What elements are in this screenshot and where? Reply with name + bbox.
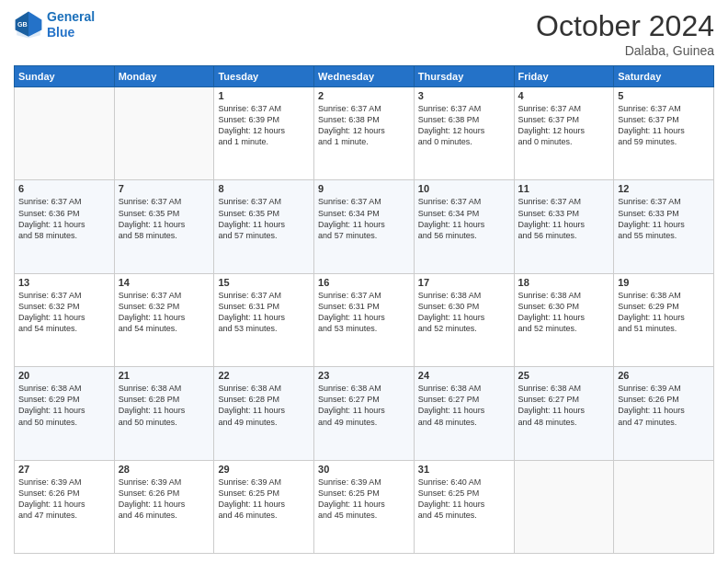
cell-content: Sunrise: 6:37 AM Sunset: 6:31 PM Dayligh… <box>318 290 410 335</box>
cell-content: Sunrise: 6:38 AM Sunset: 6:29 PM Dayligh… <box>18 383 110 428</box>
cell-content: Sunrise: 6:38 AM Sunset: 6:30 PM Dayligh… <box>418 290 510 335</box>
day-number: 20 <box>18 370 110 381</box>
calendar-cell: 24Sunrise: 6:38 AM Sunset: 6:27 PM Dayli… <box>414 367 514 460</box>
calendar-cell: 5Sunrise: 6:37 AM Sunset: 6:37 PM Daylig… <box>614 87 714 180</box>
calendar-cell: 11Sunrise: 6:37 AM Sunset: 6:33 PM Dayli… <box>514 180 614 273</box>
calendar-cell: 30Sunrise: 6:39 AM Sunset: 6:25 PM Dayli… <box>314 460 415 553</box>
cell-content: Sunrise: 6:38 AM Sunset: 6:27 PM Dayligh… <box>418 383 510 428</box>
day-number: 14 <box>119 277 210 288</box>
cell-content: Sunrise: 6:37 AM Sunset: 6:33 PM Dayligh… <box>618 196 710 241</box>
calendar-cell: 1Sunrise: 6:37 AM Sunset: 6:39 PM Daylig… <box>214 87 314 180</box>
day-number: 5 <box>618 90 710 101</box>
logo-text: General Blue <box>47 9 95 40</box>
day-number: 23 <box>318 370 410 381</box>
day-number: 21 <box>119 370 210 381</box>
calendar-cell: 26Sunrise: 6:39 AM Sunset: 6:26 PM Dayli… <box>614 367 714 460</box>
title-block: October 2024 Dalaba, Guinea <box>536 9 714 58</box>
calendar-cell: 6Sunrise: 6:37 AM Sunset: 6:36 PM Daylig… <box>15 180 115 273</box>
day-number: 28 <box>119 464 210 475</box>
day-number: 27 <box>18 464 110 475</box>
calendar-week-row: 6Sunrise: 6:37 AM Sunset: 6:36 PM Daylig… <box>15 180 714 273</box>
calendar-cell: 20Sunrise: 6:38 AM Sunset: 6:29 PM Dayli… <box>15 367 115 460</box>
logo: GB General Blue <box>14 9 95 40</box>
day-header-friday: Friday <box>514 66 614 87</box>
calendar-cell <box>114 87 214 180</box>
cell-content: Sunrise: 6:38 AM Sunset: 6:27 PM Dayligh… <box>318 383 410 428</box>
cell-content: Sunrise: 6:39 AM Sunset: 6:25 PM Dayligh… <box>318 477 410 522</box>
cell-content: Sunrise: 6:37 AM Sunset: 6:34 PM Dayligh… <box>318 196 410 241</box>
svg-text:GB: GB <box>17 19 28 28</box>
page: GB General Blue October 2024 Dalaba, Gui… <box>0 0 728 563</box>
logo-icon: GB <box>14 10 43 40</box>
day-header-thursday: Thursday <box>414 66 514 87</box>
calendar-cell: 18Sunrise: 6:38 AM Sunset: 6:30 PM Dayli… <box>514 273 614 366</box>
calendar-cell: 17Sunrise: 6:38 AM Sunset: 6:30 PM Dayli… <box>414 273 514 366</box>
cell-content: Sunrise: 6:39 AM Sunset: 6:26 PM Dayligh… <box>618 383 710 428</box>
cell-content: Sunrise: 6:37 AM Sunset: 6:35 PM Dayligh… <box>218 196 310 241</box>
calendar-cell: 3Sunrise: 6:37 AM Sunset: 6:38 PM Daylig… <box>414 87 514 180</box>
day-number: 25 <box>518 370 610 381</box>
calendar-cell: 7Sunrise: 6:37 AM Sunset: 6:35 PM Daylig… <box>114 180 214 273</box>
day-number: 7 <box>119 183 210 194</box>
calendar-cell: 19Sunrise: 6:38 AM Sunset: 6:29 PM Dayli… <box>614 273 714 366</box>
calendar-cell: 8Sunrise: 6:37 AM Sunset: 6:35 PM Daylig… <box>214 180 314 273</box>
calendar-cell: 21Sunrise: 6:38 AM Sunset: 6:28 PM Dayli… <box>114 367 214 460</box>
day-header-saturday: Saturday <box>614 66 714 87</box>
cell-content: Sunrise: 6:38 AM Sunset: 6:27 PM Dayligh… <box>518 383 610 428</box>
cell-content: Sunrise: 6:37 AM Sunset: 6:31 PM Dayligh… <box>218 290 310 335</box>
calendar-cell: 14Sunrise: 6:37 AM Sunset: 6:32 PM Dayli… <box>114 273 214 366</box>
cell-content: Sunrise: 6:37 AM Sunset: 6:33 PM Dayligh… <box>518 196 610 241</box>
calendar-cell: 15Sunrise: 6:37 AM Sunset: 6:31 PM Dayli… <box>214 273 314 366</box>
cell-content: Sunrise: 6:37 AM Sunset: 6:35 PM Dayligh… <box>119 196 210 241</box>
calendar-cell: 29Sunrise: 6:39 AM Sunset: 6:25 PM Dayli… <box>214 460 314 553</box>
calendar-cell: 31Sunrise: 6:40 AM Sunset: 6:25 PM Dayli… <box>414 460 514 553</box>
logo-general: General <box>47 9 95 24</box>
calendar-cell: 23Sunrise: 6:38 AM Sunset: 6:27 PM Dayli… <box>314 367 415 460</box>
cell-content: Sunrise: 6:39 AM Sunset: 6:26 PM Dayligh… <box>119 477 210 522</box>
calendar-header-row: SundayMondayTuesdayWednesdayThursdayFrid… <box>15 66 714 87</box>
cell-content: Sunrise: 6:40 AM Sunset: 6:25 PM Dayligh… <box>418 477 510 522</box>
calendar-week-row: 20Sunrise: 6:38 AM Sunset: 6:29 PM Dayli… <box>15 367 714 460</box>
day-number: 3 <box>418 90 510 101</box>
calendar-cell: 9Sunrise: 6:37 AM Sunset: 6:34 PM Daylig… <box>314 180 415 273</box>
cell-content: Sunrise: 6:37 AM Sunset: 6:37 PM Dayligh… <box>618 103 710 148</box>
location-subtitle: Dalaba, Guinea <box>536 43 714 58</box>
day-number: 9 <box>318 183 410 194</box>
cell-content: Sunrise: 6:38 AM Sunset: 6:29 PM Dayligh… <box>618 290 710 335</box>
calendar-cell <box>614 460 714 553</box>
day-number: 17 <box>418 277 510 288</box>
day-number: 18 <box>518 277 610 288</box>
calendar-cell: 13Sunrise: 6:37 AM Sunset: 6:32 PM Dayli… <box>15 273 115 366</box>
day-number: 19 <box>618 277 710 288</box>
day-number: 24 <box>418 370 510 381</box>
day-number: 4 <box>518 90 610 101</box>
day-number: 12 <box>618 183 710 194</box>
logo-blue: Blue <box>47 25 74 40</box>
calendar-week-row: 1Sunrise: 6:37 AM Sunset: 6:39 PM Daylig… <box>15 87 714 180</box>
day-header-monday: Monday <box>114 66 214 87</box>
day-number: 26 <box>618 370 710 381</box>
calendar-week-row: 13Sunrise: 6:37 AM Sunset: 6:32 PM Dayli… <box>15 273 714 366</box>
calendar-cell: 16Sunrise: 6:37 AM Sunset: 6:31 PM Dayli… <box>314 273 415 366</box>
day-number: 31 <box>418 464 510 475</box>
cell-content: Sunrise: 6:37 AM Sunset: 6:36 PM Dayligh… <box>18 196 110 241</box>
cell-content: Sunrise: 6:39 AM Sunset: 6:26 PM Dayligh… <box>18 477 110 522</box>
calendar-cell: 25Sunrise: 6:38 AM Sunset: 6:27 PM Dayli… <box>514 367 614 460</box>
cell-content: Sunrise: 6:37 AM Sunset: 6:34 PM Dayligh… <box>418 196 510 241</box>
cell-content: Sunrise: 6:39 AM Sunset: 6:25 PM Dayligh… <box>218 477 310 522</box>
day-number: 10 <box>418 183 510 194</box>
day-header-wednesday: Wednesday <box>314 66 415 87</box>
day-number: 16 <box>318 277 410 288</box>
cell-content: Sunrise: 6:37 AM Sunset: 6:39 PM Dayligh… <box>218 103 310 148</box>
calendar-cell: 27Sunrise: 6:39 AM Sunset: 6:26 PM Dayli… <box>15 460 115 553</box>
calendar-cell <box>15 87 115 180</box>
day-number: 11 <box>518 183 610 194</box>
cell-content: Sunrise: 6:38 AM Sunset: 6:30 PM Dayligh… <box>518 290 610 335</box>
calendar-cell: 4Sunrise: 6:37 AM Sunset: 6:37 PM Daylig… <box>514 87 614 180</box>
month-title: October 2024 <box>536 9 714 43</box>
day-header-sunday: Sunday <box>15 66 115 87</box>
day-number: 6 <box>18 183 110 194</box>
cell-content: Sunrise: 6:37 AM Sunset: 6:32 PM Dayligh… <box>18 290 110 335</box>
cell-content: Sunrise: 6:38 AM Sunset: 6:28 PM Dayligh… <box>119 383 210 428</box>
calendar-cell: 10Sunrise: 6:37 AM Sunset: 6:34 PM Dayli… <box>414 180 514 273</box>
